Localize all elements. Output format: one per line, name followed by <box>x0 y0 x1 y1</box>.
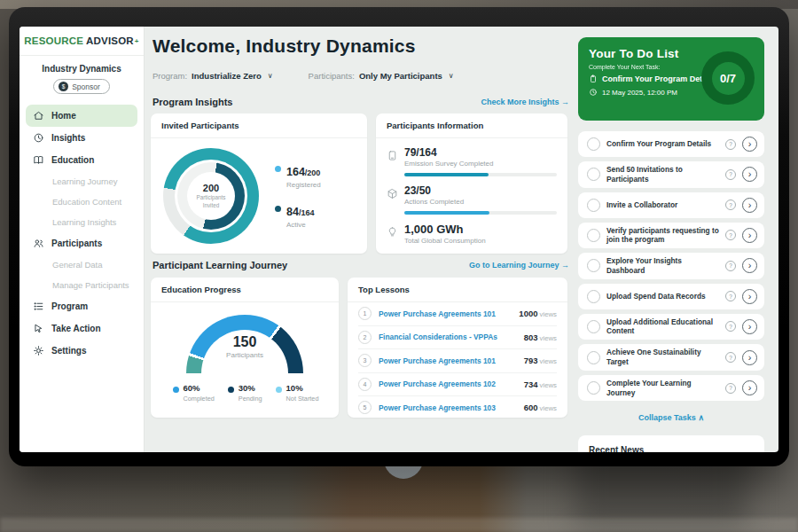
sidebar-item-label: Home <box>51 111 76 121</box>
task-checkbox[interactable] <box>587 320 600 333</box>
legend-item-pending: 30% Pending <box>228 384 262 403</box>
sidebar-item-take-action[interactable]: Take Action <box>26 317 137 340</box>
home-icon <box>33 110 44 121</box>
chevron-right-icon[interactable]: › <box>742 319 757 334</box>
todo-task-row[interactable]: Explore Your Insights Dashboard ? › <box>578 253 764 279</box>
clock-icon <box>589 88 598 97</box>
gauge-center-label: 150 Participants <box>186 334 303 359</box>
legend-caption: Active <box>286 221 314 229</box>
lesson-link[interactable]: Power Purchase Agreements 102 <box>379 379 517 388</box>
sidebar-item-education[interactable]: Education <box>26 149 137 171</box>
views-label: views <box>540 310 558 318</box>
legend-item-registered: 164/200 Registered <box>275 163 321 189</box>
todo-next-task: Confirm Your Program Details <box>602 74 716 83</box>
todo-task-row[interactable]: Complete Your Learning Journey ? › <box>578 375 764 402</box>
views-count: 734 <box>524 379 538 389</box>
task-label: Complete Your Learning Journey <box>606 379 719 398</box>
help-icon[interactable]: ? <box>725 169 736 180</box>
chevron-right-icon[interactable]: › <box>742 137 757 152</box>
chevron-right-icon[interactable]: › <box>742 289 757 304</box>
sidebar-item-education-content[interactable]: Education Content <box>26 192 137 212</box>
sidebar-item-manage-participants[interactable]: Manage Participants <box>26 275 137 295</box>
sidebar-item-insights[interactable]: Insights <box>26 127 137 149</box>
info-value: 23/50 <box>404 184 557 197</box>
education-icon <box>33 154 44 166</box>
collapse-tasks-link[interactable]: Collapse Tasks ∧ <box>578 413 764 422</box>
check-more-insights-link[interactable]: Check More Insights → <box>481 98 569 106</box>
consumption-bulb-icon <box>387 225 398 237</box>
recent-news-title: Recent News <box>578 435 764 452</box>
program-icon <box>33 301 44 312</box>
sidebar-item-label: Education <box>51 155 94 165</box>
help-icon[interactable]: ? <box>725 291 736 301</box>
participants-filter[interactable]: Participants: Only My Participants ∨ <box>309 71 454 81</box>
todo-task-row[interactable]: Verify participants requesting to join t… <box>578 223 764 249</box>
task-checkbox[interactable] <box>587 137 600 151</box>
task-label: Upload Spend Data Records <box>606 292 719 301</box>
lesson-views: 1000views <box>519 309 557 318</box>
program-filter-value: Industrialize Zero <box>192 71 262 81</box>
help-icon[interactable]: ? <box>725 321 736 332</box>
lesson-link[interactable]: Power Purchase Agreements 101 <box>379 356 517 365</box>
task-label: Achieve One Sustainability Target <box>606 348 719 367</box>
todo-task-row[interactable]: Send 50 Invitations to Participants ? › <box>578 161 764 188</box>
todo-task-list: Confirm Your Program Details ? › Send 50… <box>578 131 764 452</box>
lesson-link[interactable]: Power Purchase Agreements 101 <box>379 309 512 318</box>
help-icon[interactable]: ? <box>725 352 736 363</box>
task-checkbox[interactable] <box>587 290 600 303</box>
chevron-right-icon[interactable]: › <box>742 258 757 273</box>
task-label: Explore Your Insights Dashboard <box>606 256 719 276</box>
info-row-actions: 23/50 Actions Completed <box>387 184 557 215</box>
task-checkbox[interactable] <box>587 351 600 364</box>
todo-task-row[interactable]: Achieve One Sustainability Target ? › <box>578 344 764 371</box>
actions-cube-icon <box>387 187 398 199</box>
info-caption: Total Global Consumption <box>404 237 557 245</box>
sidebar-item-label: Learning Insights <box>52 217 116 227</box>
lesson-link[interactable]: Financial Considerations - VPPAs <box>379 332 517 341</box>
sidebar-item-home[interactable]: Home <box>26 105 137 127</box>
sidebar-item-learning-journey[interactable]: Learning Journey <box>26 171 137 192</box>
program-filter[interactable]: Program: Industrialize Zero ∨ <box>153 71 273 81</box>
sidebar-item-participants[interactable]: Participants <box>26 232 137 254</box>
sidebar-item-general-data[interactable]: General Data <box>26 254 137 275</box>
go-to-learning-journey-link[interactable]: Go to Learning Journey → <box>469 261 569 270</box>
task-checkbox[interactable] <box>587 168 600 181</box>
filter-bar: Program: Industrialize Zero ∨ Participan… <box>153 71 454 81</box>
sidebar-item-settings[interactable]: Settings <box>26 340 137 362</box>
todo-column: Your To Do List Complete Your Next Task:… <box>578 27 764 452</box>
views-count: 793 <box>524 356 538 365</box>
todo-task-row[interactable]: Upload Spend Data Records ? › <box>578 284 764 309</box>
help-icon[interactable]: ? <box>725 261 736 271</box>
sidebar-item-learning-insights[interactable]: Learning Insights <box>26 212 137 232</box>
chevron-right-icon[interactable]: › <box>742 228 757 243</box>
lesson-link[interactable]: Power Purchase Agreements 103 <box>379 403 517 412</box>
legend-caption: Not Started <box>286 395 319 403</box>
todo-task-row[interactable]: Confirm Your Program Details ? › <box>578 131 764 157</box>
top-lessons-card: Top Lessons 1 Power Purchase Agreements … <box>348 278 567 418</box>
task-checkbox[interactable] <box>587 199 600 212</box>
help-icon[interactable]: ? <box>725 200 736 210</box>
task-checkbox[interactable] <box>587 229 600 242</box>
info-value: 79/164 <box>404 146 557 159</box>
info-caption: Emission Survey Completed <box>404 160 557 168</box>
chevron-right-icon[interactable]: › <box>742 167 757 182</box>
chevron-right-icon[interactable]: › <box>742 380 757 395</box>
sidebar-item-program[interactable]: Program <box>26 295 137 317</box>
task-checkbox[interactable] <box>587 259 600 272</box>
task-checkbox[interactable] <box>587 381 600 395</box>
gauge-legend: 60% Completed 30% Pending 10% Not Starte… <box>171 373 319 403</box>
help-icon[interactable]: ? <box>725 383 736 394</box>
chevron-right-icon[interactable]: › <box>742 350 757 365</box>
info-caption: Actions Completed <box>404 198 557 206</box>
todo-task-row[interactable]: Upload Additional Educational Content ? … <box>578 314 764 340</box>
chevron-right-icon[interactable]: › <box>742 198 757 213</box>
sidebar-nav: Home Insights Education Learning Journey… <box>20 105 144 362</box>
help-icon[interactable]: ? <box>725 230 736 240</box>
todo-datetime: 12 May 2025, 12:00 PM <box>602 89 677 97</box>
collapse-up-icon: ∧ <box>698 413 704 422</box>
todo-task-row[interactable]: Invite a Collaborator ? › <box>578 192 764 218</box>
help-icon[interactable]: ? <box>725 139 736 150</box>
legend-dot <box>276 387 282 393</box>
link-label: Check More Insights <box>481 98 559 106</box>
legend-total: /164 <box>299 208 315 217</box>
